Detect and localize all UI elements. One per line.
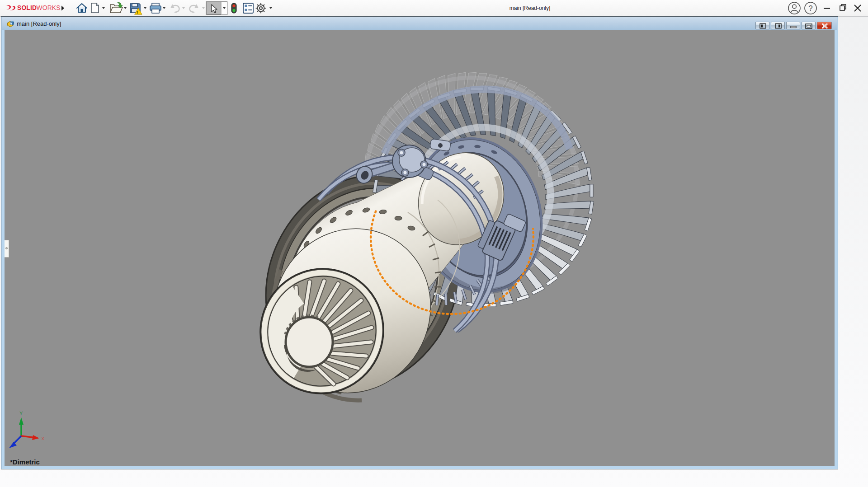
svg-text:SOLID: SOLID: [17, 5, 37, 11]
svg-text:x: x: [42, 435, 44, 441]
svg-text:*Dimetric: *Dimetric: [10, 458, 40, 466]
svg-text:?: ?: [808, 4, 812, 13]
svg-text:Y: Y: [19, 411, 23, 416]
svg-text:WORKS: WORKS: [37, 5, 61, 11]
svg-text:!: !: [137, 10, 138, 14]
